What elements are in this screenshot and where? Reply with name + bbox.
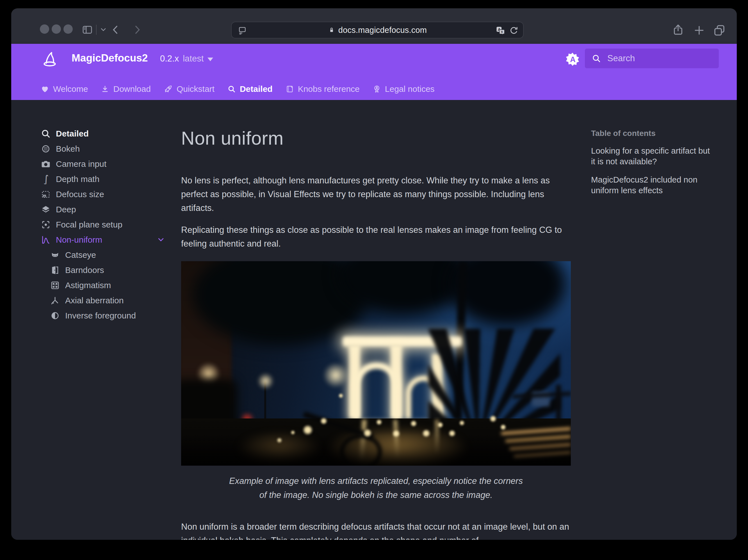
toc-heading: Table of contents	[591, 129, 715, 138]
sidebar-item-detailed[interactable]: Detailed	[41, 126, 173, 141]
center-focus-icon	[41, 219, 51, 230]
doc-sidebar: Detailed Bokeh Camera input	[41, 126, 173, 323]
chevron-down-icon[interactable]	[157, 237, 165, 243]
article-paragraph: No lens is perfect, although lens manufa…	[181, 173, 571, 215]
bokeh-aperture-icon	[41, 144, 51, 154]
minimize-window-button[interactable]	[52, 24, 61, 34]
back-icon[interactable]	[110, 24, 121, 36]
chevron-down-icon[interactable]	[100, 27, 107, 32]
article-paragraph: Replicating these things as close as pos…	[181, 223, 571, 251]
url-text: docs.magicdefocus.com	[338, 26, 427, 35]
theme-toggle-button[interactable]: A	[565, 52, 580, 67]
version-selector[interactable]: 0.2.x latest	[160, 54, 213, 64]
site-title[interactable]: MagicDefocus2	[72, 52, 148, 64]
share-icon[interactable]	[672, 23, 684, 37]
new-tab-icon[interactable]	[693, 24, 705, 37]
page-title: Non uniform	[181, 127, 284, 149]
sidebar-item-defocus-size[interactable]: Defocus size	[41, 187, 173, 202]
sidebar-item-bokeh[interactable]: Bokeh	[41, 141, 173, 157]
svg-text:A: A	[570, 55, 576, 64]
sidebar-toggle-icon[interactable]	[81, 24, 94, 36]
close-window-button[interactable]	[40, 24, 49, 34]
rocket-icon	[164, 85, 173, 94]
page-content: Detailed Bokeh Camera input	[11, 100, 737, 540]
layers-icon	[41, 205, 51, 214]
address-bar[interactable]: docs.magicdefocus.com A x	[231, 22, 524, 39]
toc-link[interactable]: Looking for a specific artifact but it i…	[591, 145, 715, 167]
sidebar-item-catseye[interactable]: Catseye	[41, 248, 173, 263]
sidebar-item-barndoors[interactable]: Barndoors	[41, 263, 173, 278]
svg-text:x: x	[501, 30, 503, 34]
nav-item-legal-notices[interactable]: Legal notices	[373, 84, 435, 94]
magnifier-icon	[41, 129, 51, 139]
curve-icon	[41, 235, 51, 245]
download-icon	[101, 85, 109, 93]
sidebar-item-axial-aberration[interactable]: Axial aberration	[41, 293, 173, 308]
sidebar-item-depth-math[interactable]: ∫ Depth math	[41, 171, 173, 187]
caret-down-icon	[208, 57, 213, 61]
arrows-out-icon	[50, 280, 60, 290]
table-of-contents: Table of contents Looking for a specific…	[591, 129, 715, 196]
version-channel: latest	[183, 54, 204, 64]
magnifier-icon	[228, 85, 236, 93]
toolbar-divider	[96, 25, 97, 35]
nav-item-quickstart[interactable]: Quickstart	[164, 84, 214, 94]
camera-icon	[41, 159, 51, 169]
wizard-hat-logo[interactable]	[41, 49, 59, 68]
sidebar-item-deep[interactable]: Deep	[41, 202, 173, 217]
svg-text:∫: ∫	[44, 174, 49, 184]
browser-window: docs.magicdefocus.com A x	[11, 8, 737, 540]
badge-icon	[373, 85, 381, 93]
sidebar-item-astigmatism[interactable]: Astigmatism	[41, 278, 173, 293]
search-input[interactable]	[607, 53, 712, 64]
article-paragraph: Non uniform is a broader term describing…	[181, 520, 571, 540]
forward-icon[interactable]	[132, 24, 143, 36]
notebook-icon	[285, 85, 294, 93]
cat-icon	[50, 250, 60, 260]
image-caption: Example of image with lens artifacts rep…	[224, 474, 528, 502]
sidebar-item-focal-plane-setup[interactable]: Focal plane setup	[41, 217, 173, 232]
integral-icon: ∫	[41, 174, 51, 184]
heart-icon	[41, 85, 49, 93]
half-circle-icon	[50, 311, 60, 321]
zoom-window-button[interactable]	[64, 24, 73, 34]
sidebar-item-non-uniform[interactable]: Non-uniform	[41, 232, 173, 248]
search-box[interactable]	[585, 49, 719, 68]
nav-item-detailed[interactable]: Detailed	[228, 84, 273, 94]
sidebar-item-inverse-foreground[interactable]: Inverse foreground	[41, 308, 173, 323]
article-image	[181, 261, 571, 466]
defocus-size-icon	[41, 189, 51, 200]
version-number: 0.2.x	[160, 54, 179, 64]
primary-nav: Welcome Download Quickstart Detailed	[41, 78, 435, 100]
door-icon	[50, 265, 60, 275]
browser-toolbar: docs.magicdefocus.com A x	[11, 9, 737, 44]
nav-item-welcome[interactable]: Welcome	[41, 84, 88, 94]
nav-item-download[interactable]: Download	[101, 84, 150, 94]
toc-link[interactable]: MagicDefocus2 included non uniform lens …	[591, 174, 715, 196]
lock-icon	[328, 26, 335, 34]
junction-icon	[50, 296, 60, 306]
search-icon	[592, 54, 601, 63]
reload-icon[interactable]	[509, 26, 519, 36]
site-header: MagicDefocus2 0.2.x latest A	[11, 44, 737, 100]
translate-icon[interactable]: A x	[496, 26, 505, 36]
nav-item-knobs-reference[interactable]: Knobs reference	[285, 84, 360, 94]
tab-overview-icon[interactable]	[712, 24, 726, 37]
sidebar-item-camera-input[interactable]: Camera input	[41, 157, 173, 171]
